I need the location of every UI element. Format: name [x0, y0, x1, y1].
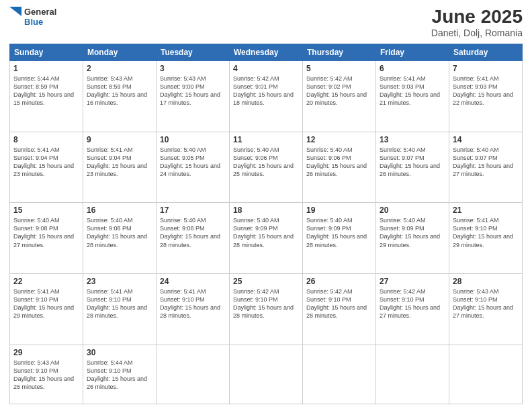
day-info: Sunrise: 5:40 AM Sunset: 9:09 PM Dayligh… [306, 216, 372, 249]
table-row [303, 345, 376, 404]
table-row: 3 Sunrise: 5:43 AM Sunset: 9:00 PM Dayli… [157, 60, 230, 132]
sunset-label: Sunset: 9:10 PM [160, 296, 205, 303]
day-info: Sunrise: 5:40 AM Sunset: 9:09 PM Dayligh… [233, 216, 299, 249]
page: General Blue June 2025 Daneti, Dolj, Rom… [0, 0, 532, 411]
table-row: 18 Sunrise: 5:40 AM Sunset: 9:09 PM Dayl… [230, 203, 303, 274]
daylight-label: Daylight: 15 hours and 23 minutes. [87, 163, 147, 177]
table-row: 30 Sunrise: 5:44 AM Sunset: 9:10 PM Dayl… [83, 345, 157, 404]
day-info: Sunrise: 5:44 AM Sunset: 8:59 PM Dayligh… [13, 75, 79, 107]
table-row: 6 Sunrise: 5:41 AM Sunset: 9:03 PM Dayli… [376, 60, 449, 132]
day-number: 6 [380, 64, 445, 73]
daylight-label: Daylight: 15 hours and 18 minutes. [233, 91, 294, 106]
week-row-1: 1 Sunrise: 5:44 AM Sunset: 8:59 PM Dayli… [10, 60, 523, 132]
day-number: 8 [13, 135, 79, 144]
table-row: 28 Sunrise: 5:43 AM Sunset: 9:10 PM Dayl… [449, 273, 523, 345]
day-number: 14 [453, 135, 519, 144]
sunrise-label: Sunrise: 5:41 AM [453, 217, 499, 224]
sunset-label: Sunset: 9:05 PM [160, 154, 205, 161]
sunset-label: Sunset: 9:10 PM [13, 296, 58, 303]
daylight-label: Daylight: 15 hours and 20 minutes. [306, 91, 367, 106]
sunset-label: Sunset: 9:10 PM [306, 296, 351, 303]
week-row-4: 22 Sunrise: 5:41 AM Sunset: 9:10 PM Dayl… [10, 273, 523, 345]
sunset-label: Sunset: 9:01 PM [233, 83, 278, 90]
logo: General Blue [9, 7, 56, 27]
daylight-label: Daylight: 15 hours and 25 minutes. [233, 163, 294, 177]
day-number: 13 [380, 135, 445, 144]
table-row: 7 Sunrise: 5:41 AM Sunset: 9:03 PM Dayli… [449, 60, 523, 132]
day-info: Sunrise: 5:40 AM Sunset: 9:05 PM Dayligh… [160, 146, 226, 179]
sunrise-label: Sunrise: 5:40 AM [233, 217, 279, 224]
table-row: 5 Sunrise: 5:42 AM Sunset: 9:02 PM Dayli… [303, 60, 376, 132]
day-info: Sunrise: 5:43 AM Sunset: 9:10 PM Dayligh… [453, 287, 519, 320]
sunset-label: Sunset: 9:06 PM [233, 154, 278, 161]
sunrise-label: Sunrise: 5:43 AM [87, 75, 133, 82]
sunset-label: Sunset: 8:59 PM [87, 83, 132, 90]
sunset-label: Sunset: 9:00 PM [160, 83, 205, 90]
table-row: 4 Sunrise: 5:42 AM Sunset: 9:01 PM Dayli… [230, 60, 303, 132]
daylight-label: Daylight: 15 hours and 26 minutes. [13, 375, 74, 390]
sunrise-label: Sunrise: 5:40 AM [306, 217, 353, 224]
day-info: Sunrise: 5:40 AM Sunset: 9:08 PM Dayligh… [87, 216, 152, 249]
daylight-label: Daylight: 15 hours and 27 minutes. [453, 163, 513, 177]
sunset-label: Sunset: 9:04 PM [13, 154, 58, 161]
sunrise-label: Sunrise: 5:44 AM [13, 75, 60, 82]
day-number: 24 [160, 277, 226, 286]
sunrise-label: Sunrise: 5:41 AM [13, 288, 60, 295]
logo-general-text: General [24, 7, 56, 17]
sunrise-label: Sunrise: 5:40 AM [453, 146, 499, 153]
daylight-label: Daylight: 15 hours and 28 minutes. [233, 233, 294, 248]
sunrise-label: Sunrise: 5:40 AM [87, 217, 133, 224]
daylight-label: Daylight: 15 hours and 22 minutes. [453, 91, 513, 106]
day-number: 1 [13, 64, 79, 73]
table-row: 25 Sunrise: 5:42 AM Sunset: 9:10 PM Dayl… [230, 273, 303, 345]
table-row: 29 Sunrise: 5:43 AM Sunset: 9:10 PM Dayl… [10, 345, 83, 404]
day-number: 18 [233, 205, 299, 215]
sunrise-label: Sunrise: 5:43 AM [13, 359, 60, 366]
daylight-label: Daylight: 15 hours and 29 minutes. [453, 233, 513, 248]
day-number: 30 [87, 348, 152, 357]
day-info: Sunrise: 5:40 AM Sunset: 9:07 PM Dayligh… [453, 146, 519, 179]
table-row: 16 Sunrise: 5:40 AM Sunset: 9:08 PM Dayl… [83, 203, 157, 274]
sunset-label: Sunset: 9:07 PM [380, 154, 425, 161]
daylight-label: Daylight: 15 hours and 27 minutes. [380, 304, 440, 319]
sunrise-label: Sunrise: 5:40 AM [160, 217, 206, 224]
table-row: 21 Sunrise: 5:41 AM Sunset: 9:10 PM Dayl… [449, 203, 523, 274]
sunrise-label: Sunrise: 5:42 AM [233, 288, 279, 295]
daylight-label: Daylight: 15 hours and 28 minutes. [87, 233, 147, 248]
sunset-label: Sunset: 9:10 PM [87, 367, 132, 374]
day-info: Sunrise: 5:42 AM Sunset: 9:02 PM Dayligh… [306, 75, 372, 107]
logo-blue-text: Blue [24, 17, 56, 27]
day-info: Sunrise: 5:42 AM Sunset: 9:01 PM Dayligh… [233, 75, 299, 107]
col-thursday: Thursday [303, 44, 376, 60]
day-info: Sunrise: 5:42 AM Sunset: 9:10 PM Dayligh… [380, 287, 445, 320]
sunset-label: Sunset: 9:08 PM [13, 225, 58, 232]
col-friday: Friday [376, 44, 449, 60]
day-info: Sunrise: 5:40 AM Sunset: 9:08 PM Dayligh… [160, 216, 226, 249]
sunset-label: Sunset: 9:03 PM [380, 83, 425, 90]
sunrise-label: Sunrise: 5:41 AM [87, 146, 133, 153]
table-row: 9 Sunrise: 5:41 AM Sunset: 9:04 PM Dayli… [83, 132, 157, 203]
day-info: Sunrise: 5:42 AM Sunset: 9:10 PM Dayligh… [306, 287, 372, 320]
day-number: 15 [13, 205, 79, 215]
sunset-label: Sunset: 9:02 PM [306, 83, 351, 90]
day-number: 22 [13, 277, 79, 286]
sunset-label: Sunset: 9:09 PM [380, 225, 425, 232]
table-row [157, 345, 230, 404]
table-row: 14 Sunrise: 5:40 AM Sunset: 9:07 PM Dayl… [449, 132, 523, 203]
table-row: 15 Sunrise: 5:40 AM Sunset: 9:08 PM Dayl… [10, 203, 83, 274]
calendar-subtitle: Daneti, Dolj, Romania [431, 28, 523, 38]
table-row: 11 Sunrise: 5:40 AM Sunset: 9:06 PM Dayl… [230, 132, 303, 203]
day-number: 12 [306, 135, 372, 144]
daylight-label: Daylight: 15 hours and 26 minutes. [380, 163, 440, 177]
table-row: 19 Sunrise: 5:40 AM Sunset: 9:09 PM Dayl… [303, 203, 376, 274]
daylight-label: Daylight: 15 hours and 28 minutes. [160, 304, 220, 319]
sunset-label: Sunset: 9:08 PM [87, 225, 132, 232]
day-info: Sunrise: 5:41 AM Sunset: 9:03 PM Dayligh… [453, 75, 519, 107]
sunrise-label: Sunrise: 5:44 AM [87, 359, 133, 366]
day-number: 9 [87, 135, 152, 144]
sunset-label: Sunset: 9:10 PM [13, 367, 58, 374]
day-info: Sunrise: 5:40 AM Sunset: 9:09 PM Dayligh… [380, 216, 445, 249]
sunset-label: Sunset: 9:10 PM [233, 296, 278, 303]
sunset-label: Sunset: 9:10 PM [453, 225, 498, 232]
day-number: 7 [453, 64, 519, 73]
